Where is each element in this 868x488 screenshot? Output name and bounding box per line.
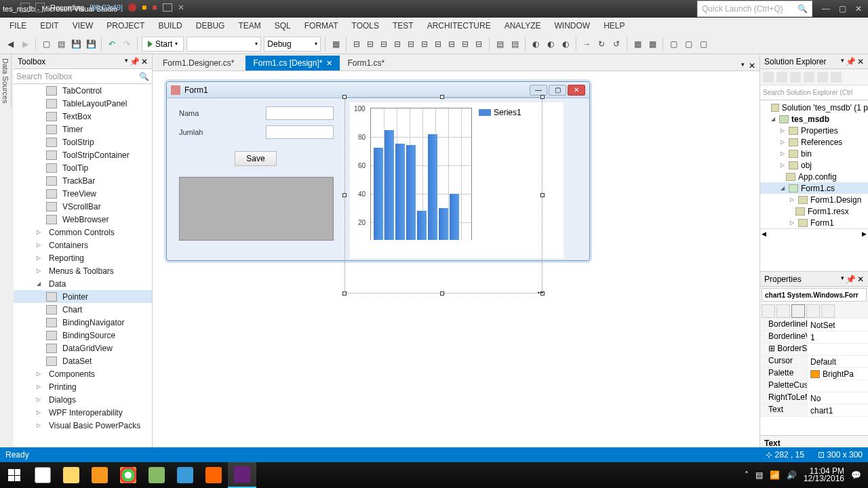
misc-icon[interactable]: ↻ xyxy=(595,38,608,50)
undo-icon[interactable]: ↶ xyxy=(106,38,118,50)
home-icon[interactable] xyxy=(763,72,774,83)
property-value[interactable]: chart1 xyxy=(808,405,868,416)
tree-node[interactable]: bin xyxy=(801,149,812,159)
misc-icon[interactable]: ▦ xyxy=(631,38,644,50)
platform-combo[interactable]: ▾ xyxy=(186,37,261,52)
align-icon[interactable]: ⊟ xyxy=(446,38,458,50)
maximize-icon[interactable]: ▢ xyxy=(835,4,849,14)
close-icon[interactable]: ✕ xyxy=(857,274,864,284)
toolbox-item[interactable]: TrackBar xyxy=(14,174,152,187)
chrome-icon[interactable] xyxy=(114,462,142,488)
menu-help[interactable]: HELP xyxy=(598,19,630,33)
tree-node[interactable]: Form1.resx xyxy=(808,207,849,216)
property-value[interactable] xyxy=(808,380,868,392)
toolbox-item[interactable]: Chart xyxy=(14,303,152,316)
menu-sql[interactable]: SQL xyxy=(269,19,296,33)
tree-node[interactable]: References xyxy=(801,138,842,147)
close-icon[interactable]: ✕ xyxy=(326,59,332,68)
toolbox-item[interactable]: TextBox xyxy=(14,110,152,123)
close-icon[interactable]: ✕ xyxy=(141,57,148,66)
visualstudio-icon[interactable] xyxy=(228,462,256,488)
tree-project[interactable]: tes_msdb xyxy=(791,115,829,124)
toolbox-group[interactable]: WPF Interoperability xyxy=(14,406,152,419)
toolbox-item[interactable]: ToolStripContainer xyxy=(14,148,152,161)
quick-launch-input[interactable]: Quick Launch (Ctrl+Q) 🔍 xyxy=(697,1,812,17)
minimize-icon[interactable]: — xyxy=(819,4,833,14)
misc-icon[interactable]: ▢ xyxy=(697,38,709,50)
tool-icon[interactable] xyxy=(817,72,828,83)
property-row[interactable]: RightToLeftNo xyxy=(760,392,868,405)
categorized-icon[interactable] xyxy=(762,304,775,318)
dropdown-icon[interactable]: ▾ xyxy=(125,57,128,66)
solution-tree[interactable]: Solution 'tes_msdb' (1 p ◢tes_msdb ▷Prop… xyxy=(760,100,868,271)
toolbox-item[interactable]: Pointer xyxy=(14,290,152,303)
toolbox-group[interactable]: Visual Basic PowerPacks xyxy=(14,419,152,432)
property-row[interactable]: BorderlineDaNotSet xyxy=(760,319,868,331)
tree-node[interactable]: Form1 xyxy=(810,218,834,228)
property-row[interactable]: CursorDefault xyxy=(760,356,868,368)
scroll-left-icon[interactable]: ◀ xyxy=(762,230,766,237)
dropdown-icon[interactable]: ▾ xyxy=(841,57,844,66)
properties-object-combo[interactable]: chart1 System.Windows.Forr xyxy=(762,288,867,302)
network-icon[interactable]: 📶 xyxy=(770,470,780,480)
close-icon[interactable]: ✕ xyxy=(852,4,865,14)
align-icon[interactable]: ⊟ xyxy=(351,38,363,50)
pin-icon[interactable]: 📌 xyxy=(846,57,856,66)
media-icon[interactable] xyxy=(85,462,114,488)
notifications-icon[interactable]: 💬 xyxy=(851,470,861,480)
toolbox-group[interactable]: Menus & Toolbars xyxy=(14,264,152,277)
open-icon[interactable]: ▤ xyxy=(55,38,67,50)
tree-node[interactable]: App.config xyxy=(798,172,837,182)
menu-file[interactable]: FILE xyxy=(4,19,32,33)
toolbox-item[interactable]: TableLayoutPanel xyxy=(14,97,152,110)
tool-icon[interactable] xyxy=(804,72,814,83)
misc-icon[interactable]: ▢ xyxy=(667,38,679,50)
align-icon[interactable]: ⊟ xyxy=(391,38,403,50)
property-row[interactable]: ⊞ BorderSkin xyxy=(760,344,868,356)
menu-architecture[interactable]: ARCHITECTURE xyxy=(422,19,496,33)
solution-search-input[interactable]: Search Solution Explorer (Ctrl xyxy=(760,85,868,100)
designer-surface[interactable]: Form1 — ▢ ✕ Nama Jumlah Save xyxy=(153,70,760,454)
tray-chevron-icon[interactable]: ˄ xyxy=(745,470,749,480)
tool-icon[interactable] xyxy=(831,72,842,83)
action-center-icon[interactable]: ▤ xyxy=(755,470,763,480)
menu-window[interactable]: WINDOW xyxy=(549,19,596,33)
misc-icon[interactable]: → xyxy=(580,38,593,50)
toolbox-item[interactable]: DataSet xyxy=(14,354,152,367)
menu-test[interactable]: TEST xyxy=(387,19,419,33)
alphabetical-icon[interactable] xyxy=(776,304,790,318)
tree-node-form[interactable]: Form1.cs xyxy=(801,184,835,193)
side-tab-datasources[interactable]: Data Sources xyxy=(0,54,12,108)
property-value[interactable]: Default xyxy=(808,356,868,367)
close-icon[interactable]: ✕ xyxy=(857,57,864,66)
menu-edit[interactable]: EDIT xyxy=(35,19,64,33)
property-row[interactable]: PaletteCustc xyxy=(760,380,868,392)
refresh-icon[interactable] xyxy=(776,72,787,83)
misc-icon[interactable]: ↺ xyxy=(610,38,623,50)
tab-form-cs[interactable]: Form1.cs* xyxy=(340,56,392,70)
menu-view[interactable]: VIEW xyxy=(67,19,99,33)
property-value[interactable]: NotSet xyxy=(808,319,868,331)
misc-icon[interactable] xyxy=(821,304,835,318)
toolbox-item[interactable]: ToolTip xyxy=(14,161,152,174)
misc-icon[interactable]: ▦ xyxy=(646,38,658,50)
property-row[interactable]: BorderlineW1 xyxy=(760,331,868,344)
align-icon[interactable]: ⊟ xyxy=(405,38,417,50)
toolbox-group[interactable]: Printing xyxy=(14,380,152,393)
nama-field[interactable] xyxy=(266,106,334,120)
menu-format[interactable]: FORMAT xyxy=(299,19,344,33)
align-icon[interactable]: ⊟ xyxy=(378,38,390,50)
rec-icon2[interactable] xyxy=(35,3,45,12)
align-icon[interactable]: ⊟ xyxy=(459,38,471,50)
tree-node[interactable]: Form1.Design xyxy=(810,195,861,205)
system-tray[interactable]: ˄ ▤ 📶 🔊 11:04 PM 12/13/2016 💬 xyxy=(745,468,868,483)
toolbox-group[interactable]: Common Controls xyxy=(14,226,152,239)
tree-node[interactable]: obj xyxy=(801,161,812,170)
toolbox-group[interactable]: Reporting xyxy=(14,251,152,264)
property-value[interactable] xyxy=(808,344,868,355)
toolbox-item[interactable]: TabControl xyxy=(14,84,152,97)
property-row[interactable]: Textchart1 xyxy=(760,405,868,417)
nav-back-icon[interactable]: ◀ xyxy=(4,38,16,50)
menu-build[interactable]: BUILD xyxy=(153,19,187,33)
menu-team[interactable]: TEAM xyxy=(233,19,266,33)
